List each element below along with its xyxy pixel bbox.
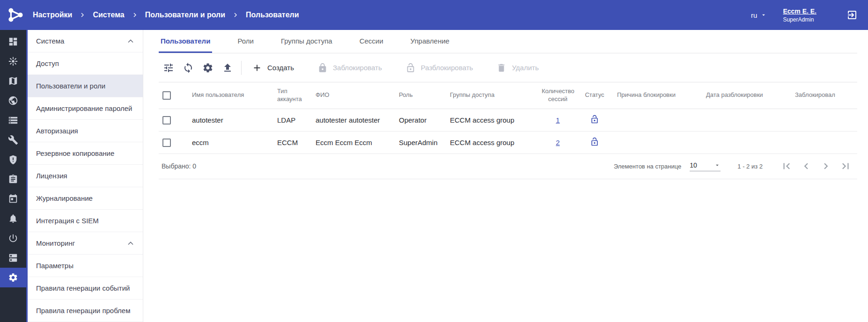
sidebar-item-logging[interactable]: Журналирование (28, 187, 143, 210)
chevron-right-icon (232, 11, 239, 19)
tab-users[interactable]: Пользователи (159, 30, 212, 53)
next-page-button[interactable] (819, 159, 833, 173)
sidebar-item-label: Резервное копирование (36, 149, 114, 157)
create-button-label: Создать (267, 64, 294, 72)
sidebar-item-problem-rules[interactable]: Правила генерации проблем (28, 300, 143, 322)
tab-roles[interactable]: Роли (235, 30, 256, 53)
app-logo-icon[interactable] (5, 4, 26, 26)
caret-down-icon (714, 162, 721, 168)
breadcrumb-item-settings[interactable]: Настройки (33, 11, 72, 19)
tune-icon (163, 62, 174, 73)
sidebar-item-access[interactable]: Доступ (28, 52, 143, 75)
create-button[interactable]: Создать (248, 60, 298, 76)
logout-button[interactable] (846, 9, 858, 21)
calendar-icon (8, 194, 18, 204)
cell-account-type: LDAP (273, 109, 312, 131)
toolbar-divider (241, 61, 242, 75)
cell-username: eccm (188, 131, 273, 154)
breadcrumb-item-users-roles[interactable]: Пользователи и роли (145, 11, 225, 19)
chevron-right-icon (79, 11, 86, 19)
cell-blocked-by (791, 109, 857, 131)
breadcrumb-item-system[interactable]: Система (93, 11, 124, 19)
breadcrumb-item-users[interactable]: Пользователи (246, 11, 299, 19)
sidebar-item-parameters[interactable]: Параметры (28, 255, 143, 277)
sidebar-item-label: Журналирование (36, 194, 93, 202)
tab-management[interactable]: Управление (409, 30, 451, 53)
rail-item-storage[interactable] (0, 110, 26, 130)
sidebar-item-users-roles[interactable]: Пользователи и роли (28, 75, 143, 97)
rail-item-dashboard[interactable] (0, 32, 26, 51)
col-account-type: Тип аккаунта (273, 82, 312, 109)
trash-icon (496, 63, 507, 73)
chevron-right-icon (820, 160, 832, 172)
sidebar-section-system[interactable]: Система (28, 30, 143, 52)
per-page-select[interactable]: 10 (690, 161, 721, 171)
per-page-value: 10 (690, 161, 697, 169)
sidebar-item-siem[interactable]: Интеграция с SIEM (28, 210, 143, 232)
cell-block-reason (613, 109, 702, 131)
cell-full-name: Eccm Eccm Eccm (312, 131, 395, 154)
unlocked-status-icon (590, 137, 599, 146)
first-page-icon (780, 160, 793, 172)
loop-icon (183, 62, 194, 73)
cell-block-reason (613, 131, 702, 154)
sidebar-item-backup[interactable]: Резервное копирование (28, 142, 143, 165)
toolbar: Создать Заблокировать Разблокировать Уда… (159, 53, 857, 82)
tab-access-groups[interactable]: Группы доступа (279, 30, 334, 53)
col-status: Статус (576, 82, 613, 109)
sessions-count-link[interactable]: 1 (556, 116, 559, 124)
upload-icon (222, 62, 233, 73)
filter-button[interactable] (159, 58, 178, 78)
table-settings-button[interactable] (198, 58, 218, 78)
cell-blocked-by (791, 131, 857, 154)
user-menu[interactable]: Eccm E. E. SuperAdmin (783, 7, 817, 23)
sidebar-section-monitoring[interactable]: Мониторинг (28, 232, 143, 255)
rail-item-settings[interactable] (0, 268, 26, 287)
delete-button[interactable]: Удалить (493, 60, 542, 76)
rail-item-tasks[interactable] (0, 169, 26, 189)
refresh-button[interactable] (178, 58, 198, 78)
row-checkbox[interactable] (162, 116, 171, 124)
dashboard-icon (8, 37, 18, 47)
chevron-up-icon (126, 37, 135, 46)
sidebar-section-label: Система (36, 37, 64, 45)
wrench-icon (8, 135, 18, 145)
col-block-reason: Причина блокировки (613, 82, 702, 109)
rail-item-alerts[interactable] (0, 150, 26, 169)
gear-icon (8, 272, 18, 283)
sidebar-item-authorization[interactable]: Авторизация (28, 120, 143, 142)
language-selector[interactable]: ru (751, 11, 767, 19)
rail-item-tools[interactable] (0, 130, 26, 150)
unblock-button[interactable]: Разблокировать (402, 60, 477, 76)
sidebar-item-event-rules[interactable]: Правила генерации событий (28, 277, 143, 300)
table-row[interactable]: eccm ECCM Eccm Eccm Eccm SuperAdmin ECCM… (159, 131, 857, 154)
sidebar-item-license[interactable]: Лицензия (28, 165, 143, 187)
prev-page-button[interactable] (799, 159, 813, 173)
export-button[interactable] (218, 58, 237, 78)
server-icon (8, 253, 18, 263)
last-page-button[interactable] (839, 159, 853, 173)
block-button[interactable]: Заблокировать (314, 60, 386, 76)
rail-item-power[interactable] (0, 228, 26, 248)
rail-item-map[interactable] (0, 71, 26, 91)
rail-item-schedule[interactable] (0, 189, 26, 209)
first-page-button[interactable] (780, 159, 794, 173)
col-full-name: ФИО (312, 82, 395, 109)
cell-access-groups: ECCM access group (446, 109, 540, 131)
sessions-count-link[interactable]: 2 (556, 139, 559, 146)
sidebar-item-label: Интеграция с SIEM (36, 217, 99, 225)
col-username: Имя пользователя (188, 82, 273, 109)
rail-item-network[interactable] (0, 91, 26, 110)
table-row[interactable]: autotester LDAP autotester autotester Op… (159, 109, 857, 131)
language-value: ru (751, 11, 757, 19)
chevron-right-icon (131, 11, 139, 19)
rail-item-problems[interactable] (0, 51, 26, 71)
sidebar-item-label: Авторизация (36, 127, 78, 135)
sidebar-item-password-admin[interactable]: Администрирование паролей (28, 97, 143, 120)
sidebar-item-label: Администрирование паролей (36, 104, 132, 112)
tab-sessions[interactable]: Сессии (358, 30, 385, 53)
rail-item-notifications[interactable] (0, 209, 26, 228)
rail-item-devices[interactable] (0, 248, 26, 268)
select-all-checkbox[interactable] (162, 91, 171, 100)
row-checkbox[interactable] (162, 139, 171, 147)
